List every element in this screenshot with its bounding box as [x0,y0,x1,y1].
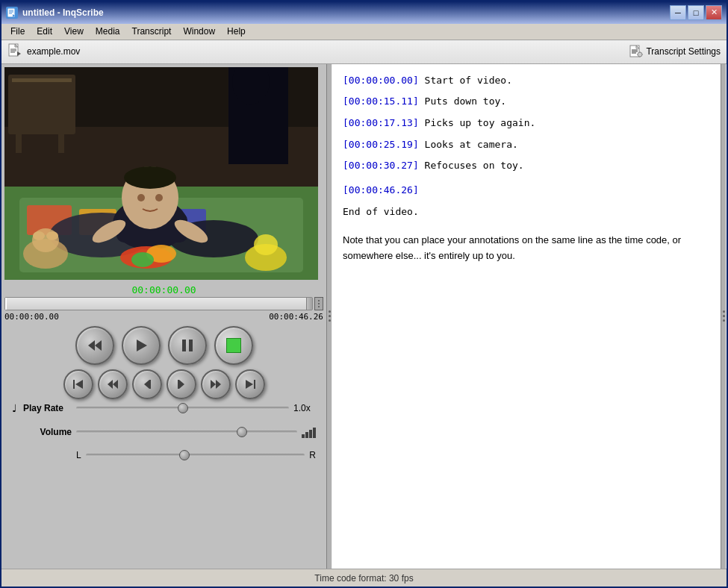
transcript-note: Note that you can place your annotations… [343,233,710,264]
stop-icon [226,338,241,353]
sliders-area: ♩ Play Rate 1.0x Volume [4,402,323,460]
play-rate-thumb[interactable] [178,403,188,413]
skip-forward-button[interactable] [201,369,231,399]
svg-point-42 [137,194,145,201]
svg-point-54 [254,234,278,255]
volume-slider[interactable] [76,431,297,434]
balance-row: L R [12,450,316,460]
svg-marker-66 [179,380,184,389]
progress-bar[interactable] [4,297,313,310]
svg-rect-26 [16,131,22,153]
stop-button[interactable] [214,326,253,365]
annotation-3: Picks up toy again. [419,117,536,128]
time-start: 00:00:00.00 [4,312,59,322]
svg-rect-65 [149,380,151,389]
volume-thumb[interactable] [237,427,247,437]
transcript-line-2: [00:00:15.11] Puts down toy. [343,93,710,111]
timecode-1[interactable]: [00:00:00.00] [343,75,419,86]
annotation-7: End of video. [343,206,419,217]
transcript-text-area[interactable]: [00:00:00.00] Start of video. [00:00:15.… [332,64,721,569]
svg-marker-56 [95,340,102,351]
svg-rect-70 [254,380,255,389]
svg-marker-11 [17,51,21,56]
play-rate-slider[interactable] [76,407,289,410]
svg-marker-71 [246,380,253,389]
svg-marker-61 [75,380,83,389]
menu-file[interactable]: File [4,25,31,38]
status-text: Time code format: 30 fps [314,573,413,584]
transcript-line-6: [00:00:46.26] [343,181,710,200]
svg-marker-64 [144,380,149,389]
svg-marker-63 [113,380,118,389]
timecode-3[interactable]: [00:00:17.13] [343,117,419,128]
maximize-button[interactable]: □ [688,5,704,20]
main-transport-row [75,326,253,365]
panel-resize-handle[interactable] [314,297,323,310]
timecode-display: 00:00:00.00 [4,283,323,297]
skip-back-button[interactable] [98,369,128,399]
svg-rect-25 [12,78,72,82]
svg-point-41 [124,166,176,189]
timecode-4[interactable]: [00:00:25.19] [343,139,419,150]
title-bar: untitled - InqScribe ─ □ ✕ [1,1,727,24]
timecode-6[interactable]: [00:00:46.26] [343,184,419,196]
timecode-5[interactable]: [00:00:30.27] [343,160,419,171]
svg-marker-57 [137,340,147,351]
app-window: untitled - InqScribe ─ □ ✕ File Edit Vie… [0,0,728,588]
app-icon [6,7,18,19]
play-rate-label: Play Rate [23,403,72,413]
minimize-button[interactable]: ─ [670,5,686,20]
step-forward-button[interactable] [167,369,196,399]
balance-slider[interactable] [86,454,305,457]
transcript-line-4: [00:00:25.19] Looks at camera. [343,136,710,154]
filename-label: example.mov [27,46,80,57]
svg-point-43 [155,194,163,201]
rewind-button[interactable] [75,326,114,365]
skip-to-end-button[interactable] [235,369,265,399]
pause-button[interactable] [168,326,207,365]
close-button[interactable]: ✕ [706,5,722,20]
step-back-button[interactable] [132,369,162,399]
transcript-line-3: [00:00:17.13] Picks up toy again. [343,114,710,133]
right-resize-handle[interactable] [721,64,727,569]
svg-point-51 [33,231,45,240]
balance-right-label: R [309,450,316,460]
annotation-1: Start of video. [419,75,512,86]
balance-thumb[interactable] [179,450,190,460]
transport-controls [4,323,323,402]
menu-media[interactable]: Media [90,25,126,38]
panel-divider[interactable] [326,64,332,569]
menu-view[interactable]: View [58,25,90,38]
time-labels: 00:00:00.00 00:00:46.26 [4,312,323,322]
svg-rect-60 [73,380,75,389]
video-frame [4,67,318,280]
time-end: 00:00:46.26 [269,312,323,322]
volume-label: Volume [12,427,72,437]
svg-rect-59 [189,340,193,351]
transcript-panel: [00:00:00.00] Start of video. [00:00:15.… [332,64,721,569]
volume-row: Volume [12,426,316,438]
title-left: untitled - InqScribe [6,7,104,19]
title-buttons: ─ □ ✕ [670,5,722,20]
skip-to-start-button[interactable] [63,369,93,399]
play-button[interactable] [122,326,161,365]
transcript-settings-button[interactable]: Transcript Settings [629,45,721,58]
status-bar: Time code format: 30 fps [1,569,727,587]
file-icon [7,43,22,60]
menu-edit[interactable]: Edit [31,25,58,38]
toolbar-left: example.mov [7,43,80,60]
progress-container [4,297,323,310]
main-content: 00:00:00.00 00:00:00.00 00:00:46.26 [1,64,727,569]
menu-transcript[interactable]: Transcript [126,25,178,38]
svg-rect-67 [178,380,179,389]
video-player[interactable] [4,67,318,280]
left-panel: 00:00:00.00 00:00:00.00 00:00:46.26 [1,64,326,569]
timecode-2[interactable]: [00:00:15.11] [343,96,419,107]
annotation-5: Refocuses on toy. [419,160,524,171]
volume-icon [302,426,316,438]
settings-label: Transcript Settings [646,46,721,57]
menu-window[interactable]: Window [177,25,221,38]
annotation-2: Puts down toy. [419,96,506,107]
menu-help[interactable]: Help [221,25,252,38]
svg-rect-24 [8,75,75,134]
